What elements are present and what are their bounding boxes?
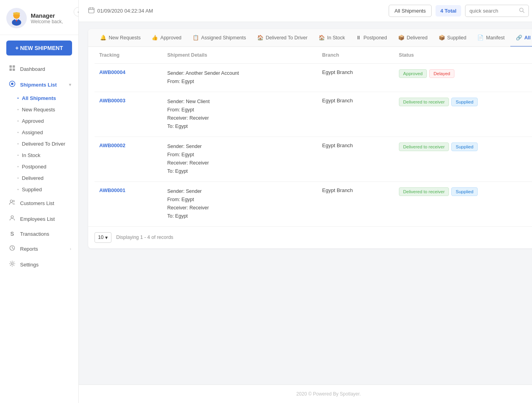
detail-line: Receiver: Receiver xyxy=(167,114,313,122)
sidebar-item-shipments[interactable]: Shipments List ▾ xyxy=(0,77,78,92)
sidebar-item-supplied[interactable]: Supplied xyxy=(0,184,78,195)
table-row: AWB00001Sender: SenderFrom: EgyptReceive… xyxy=(95,181,532,226)
all-shipments-filter-button[interactable]: All Shipments xyxy=(389,5,432,17)
submenu-label: Approved xyxy=(22,118,44,124)
dashboard-icon xyxy=(8,65,16,73)
per-page-chevron-icon: ▾ xyxy=(105,235,108,240)
sidebar-item-delivered-to-driver[interactable]: Delivered To Driver xyxy=(0,138,78,150)
sidebar-item-label: Settings xyxy=(20,262,39,268)
svg-point-16 xyxy=(11,263,13,265)
sidebar-item-dashboard[interactable]: Dashboard xyxy=(0,61,78,77)
sidebar-item-new-requests[interactable]: New Requests xyxy=(0,104,78,115)
tab-manifest[interactable]: 📄Manifest xyxy=(472,29,510,47)
topbar-actions: All Shipments 4 Total Filter By ▾ xyxy=(389,5,532,17)
content-area: 🔔New Requests👍Approved📋Assigned Shipment… xyxy=(79,22,532,385)
pagination-text: Displaying 1 - 4 of records xyxy=(116,235,173,240)
status-badges: Delivered to receiverSupplied xyxy=(399,98,532,106)
status-badge: Supplied xyxy=(451,98,478,106)
sidebar-item-all-shipments[interactable]: All Shipments xyxy=(0,92,78,104)
shipment-detail-cell: Sender: SenderFrom: EgyptReceiver: Recei… xyxy=(163,181,317,226)
status-badge: Supplied xyxy=(451,142,478,151)
table-row: AWB00003Sender: New ClientFrom: EgyptRec… xyxy=(95,92,532,137)
tab-icon: 📄 xyxy=(477,35,484,41)
tracking-link[interactable]: AWB00002 xyxy=(99,142,125,148)
status-badge: Delivered to receiver xyxy=(399,142,449,151)
submenu-label: Postponed xyxy=(22,164,46,170)
tab-label: Manifest xyxy=(486,35,504,41)
tab-label: Assigned Shipments xyxy=(201,35,246,41)
main-content: 01/09/2020 04:22:34 AM All Shipments 4 T… xyxy=(79,0,532,403)
column-header: Branch xyxy=(317,47,394,64)
status-badges: ApprovedDelayed xyxy=(399,69,532,78)
svg-rect-17 xyxy=(89,8,94,13)
sidebar-item-delivered[interactable]: Delivered xyxy=(0,172,78,184)
search-input[interactable] xyxy=(469,8,517,14)
tracking-link[interactable]: AWB00004 xyxy=(99,69,125,75)
sidebar-item-transactions[interactable]: S Transactions xyxy=(0,227,78,241)
tab-in-stock[interactable]: 🏠In Stock xyxy=(313,29,350,47)
tab-delivered[interactable]: 📦Delivered xyxy=(393,29,433,47)
customers-icon xyxy=(8,199,16,207)
pagination-bar: 10 ▾ Displaying 1 - 4 of records xyxy=(88,226,532,248)
tab-postponed[interactable]: ⏸Postponed xyxy=(350,29,393,47)
calendar-icon xyxy=(88,7,95,15)
tab-delivered-to-driver[interactable]: 🏠Delivered To Driver xyxy=(252,29,313,47)
table-wrapper: TrackingShipment DetailsBranchStatus AWB… xyxy=(88,47,532,226)
svg-point-12 xyxy=(10,200,13,202)
detail-line: Receiver: Receiver xyxy=(167,204,313,212)
tab-label: Approved xyxy=(160,35,182,41)
sidebar-item-postponed[interactable]: Postponed xyxy=(0,161,78,172)
shipments-submenu: All Shipments New Requests Approved Assi… xyxy=(0,92,78,195)
svg-rect-6 xyxy=(9,65,12,68)
sidebar-item-employees[interactable]: Employees List xyxy=(0,211,78,227)
sidebar-item-assigned[interactable]: Assigned xyxy=(0,127,78,138)
detail-line: Sender: Sender xyxy=(167,142,313,151)
sidebar-item-label: Transactions xyxy=(20,231,49,237)
table-header-row: TrackingShipment DetailsBranchStatus xyxy=(95,47,532,64)
detail-line: From: Egypt xyxy=(167,151,313,159)
column-header: Status xyxy=(394,47,532,64)
tab-icon: 🔔 xyxy=(100,35,106,41)
shipment-detail: Sender: SenderFrom: EgyptReceiver: Recei… xyxy=(167,142,313,176)
column-header: Tracking xyxy=(95,47,163,64)
status-badge: Supplied xyxy=(451,187,478,196)
tab-all-shipments[interactable]: 🔗All Shipments xyxy=(510,29,532,47)
table-row: AWB00002Sender: SenderFrom: EgyptReceive… xyxy=(95,137,532,181)
sidebar-item-approved[interactable]: Approved xyxy=(0,115,78,127)
shipment-detail-cell: Sender: SenderFrom: EgyptReceiver: Recei… xyxy=(163,137,317,181)
sidebar: ‹ Manager Welcome back, + NEW SHIPMEN xyxy=(0,0,79,403)
branch-cell: Egypt Branch xyxy=(317,64,394,92)
tab-new-requests[interactable]: 🔔New Requests xyxy=(95,29,146,47)
sidebar-item-customers[interactable]: Customers List xyxy=(0,195,78,211)
detail-line: To: Egypt xyxy=(167,122,313,131)
tracking-link[interactable]: AWB00003 xyxy=(99,98,125,104)
tracking-link[interactable]: AWB00001 xyxy=(99,187,125,193)
sidebar-item-settings[interactable]: Settings xyxy=(0,257,78,272)
svg-point-18 xyxy=(520,8,523,12)
tab-approved[interactable]: 👍Approved xyxy=(146,29,187,47)
tab-supplied[interactable]: 📦Supplied xyxy=(433,29,472,47)
detail-line: From: Egypt xyxy=(167,78,313,86)
svg-rect-7 xyxy=(13,65,15,68)
settings-icon xyxy=(8,261,16,268)
sidebar-item-in-stock[interactable]: In Stock xyxy=(0,150,78,161)
column-header: Shipment Details xyxy=(163,47,317,64)
table-body: AWB00004Sender: Another Sender AccountFr… xyxy=(95,64,532,226)
sidebar-item-reports[interactable]: Reports › xyxy=(0,241,78,257)
shipments-table: TrackingShipment DetailsBranchStatus AWB… xyxy=(95,47,532,226)
datetime-text: 01/09/2020 04:22:34 AM xyxy=(97,8,153,14)
tab-icon: 🔗 xyxy=(516,35,522,41)
avatar xyxy=(6,8,27,28)
submenu-label: New Requests xyxy=(22,107,56,113)
shipment-detail-cell: Sender: Another Sender AccountFrom: Egyp… xyxy=(163,64,317,92)
tab-icon: 📦 xyxy=(439,35,445,41)
footer: 2020 © Powered By Spotlayer. xyxy=(79,385,532,403)
tab-assigned[interactable]: 📋Assigned Shipments xyxy=(187,29,252,47)
status-badge: Delivered to receiver xyxy=(399,187,449,196)
submenu-label: Assigned xyxy=(22,129,43,135)
per-page-select[interactable]: 10 ▾ xyxy=(95,232,111,243)
tab-icon: 📦 xyxy=(398,35,404,41)
shipment-detail: Sender: New ClientFrom: EgyptReceiver: R… xyxy=(167,98,313,131)
new-shipment-button[interactable]: + NEW SHIPMENT xyxy=(6,41,72,55)
branch-cell: Egypt Branch xyxy=(317,92,394,137)
